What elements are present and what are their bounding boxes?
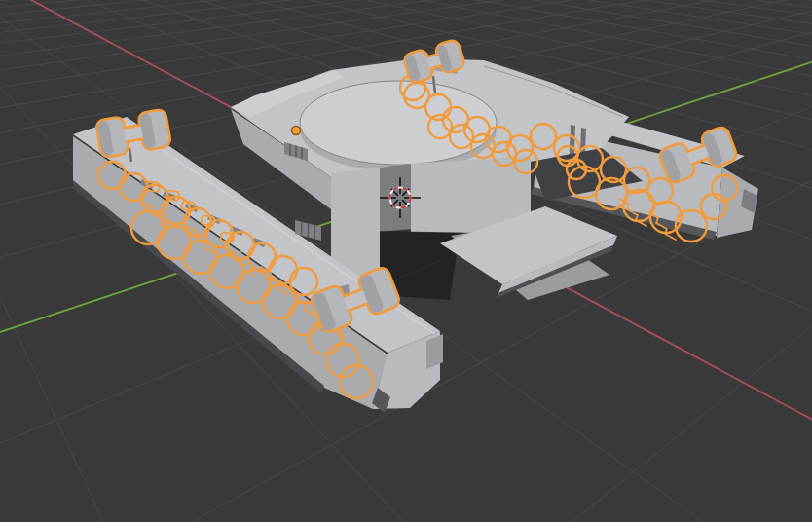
viewport-scene[interactable] [0,0,812,522]
object-origin-marker[interactable] [292,127,301,135]
blender-3d-viewport[interactable] [0,0,812,522]
